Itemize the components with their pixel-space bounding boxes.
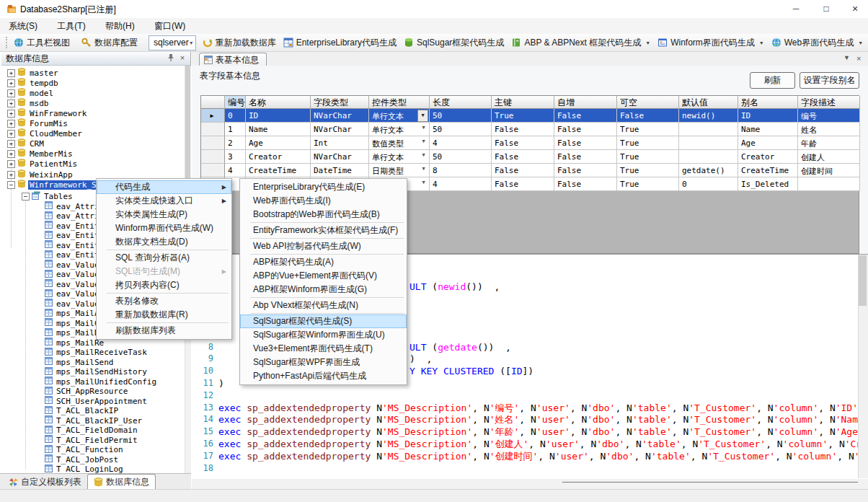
context-menu-item[interactable]: 重新加载数据库(R) <box>97 308 231 322</box>
grid-row-header[interactable] <box>201 123 225 136</box>
grid-cell[interactable]: False <box>554 177 617 191</box>
submenu-item[interactable]: SqlSugar框架Winform界面生成(U) <box>240 328 407 342</box>
tab-dropdown-icon[interactable]: ▼ <box>843 54 850 61</box>
tree-table-item[interactable]: T_ACL_FieldDomain <box>45 426 139 436</box>
grid-cell[interactable]: Age <box>738 136 798 150</box>
tree-table-item[interactable]: SCH_AppResource <box>45 387 129 397</box>
menu-help[interactable]: 帮助(H) <box>97 18 143 35</box>
grid-column-header[interactable]: 别名 <box>738 96 798 109</box>
grid-cell[interactable]: True <box>617 177 679 191</box>
tree-expander-icon[interactable]: − <box>7 181 15 189</box>
tree-expander-icon[interactable]: + <box>7 100 15 107</box>
grid-cell[interactable]: 50 <box>430 123 492 136</box>
submenu-item[interactable]: ABP框架代码生成(A) <box>240 255 407 269</box>
grid-row-header[interactable]: ▶ <box>201 109 225 123</box>
grid-cell[interactable]: getdate() <box>679 164 738 177</box>
grid-cell[interactable]: 8 <box>430 164 492 177</box>
grid-cell[interactable]: False <box>492 177 554 191</box>
tree-expander-icon[interactable]: + <box>7 110 15 118</box>
tree-table-item[interactable]: T_ACL_Function <box>45 445 125 455</box>
grid-cell[interactable]: Creator <box>738 150 798 164</box>
tree-tables-node[interactable]: −Tables <box>22 191 74 201</box>
tree-db-item[interactable]: +msdb <box>7 98 50 108</box>
grid-column-header[interactable]: 名称 <box>246 96 311 109</box>
tree-db-item[interactable]: −Winframework_Sug <box>7 180 107 190</box>
db-config-button[interactable]: 数据库配置 <box>78 35 141 50</box>
cell-dropdown-icon[interactable]: ▼ <box>419 138 428 144</box>
context-menu-item[interactable]: 刷新数据库列表 <box>97 324 231 338</box>
grid-column-header[interactable]: 可空 <box>617 96 679 109</box>
submenu-item[interactable]: ABP的Vue+Element界面代码(V) <box>240 269 407 283</box>
grid-cell[interactable]: Int <box>311 136 369 150</box>
submenu-item[interactable]: Python+FastApi后端代码生成 <box>240 369 407 383</box>
grid-column-header[interactable]: 自增 <box>554 96 617 109</box>
context-menu-item[interactable]: SQL语句生成(M)▶ <box>97 265 231 278</box>
grid-cell[interactable]: newid() <box>679 109 738 123</box>
grid-cell[interactable]: True <box>617 150 679 164</box>
tree-table-item[interactable]: mps_MailSend <box>45 357 115 367</box>
grid-cell[interactable] <box>679 123 738 136</box>
grid-cell[interactable]: True <box>617 164 679 177</box>
grid-column-header[interactable]: 默认值 <box>679 96 738 109</box>
submenu-item[interactable]: SqlSugar框架WPF界面生成 <box>240 356 407 369</box>
tree-table-item[interactable]: T_ACL_BlackIP <box>45 406 120 416</box>
tree-db-item[interactable]: +MemberMis <box>7 149 74 159</box>
context-menu-item[interactable]: 表别名修改 <box>97 294 231 308</box>
grid-cell[interactable]: False <box>492 150 554 164</box>
grid-cell[interactable]: Name <box>738 123 798 136</box>
grid-cell[interactable]: 2 <box>225 136 246 150</box>
tree-db-item[interactable]: +WinFramework <box>7 108 88 118</box>
tree-expander-icon[interactable]: + <box>7 120 15 128</box>
abp-codegen-button[interactable]: ABP & ABPNext 框架代码生成 ▼ <box>508 35 654 50</box>
tree-expander-icon[interactable]: + <box>7 79 15 87</box>
tree-db-item[interactable]: +master <box>7 68 60 78</box>
tree-db-item[interactable]: +WeixinApp <box>7 169 74 180</box>
grid-cell[interactable]: True <box>617 136 679 150</box>
reload-db-button[interactable]: 重新加载数据库 <box>199 35 280 50</box>
set-field-alias-button[interactable]: 设置字段别名 <box>800 72 859 89</box>
cell-dropdown-icon[interactable]: ▼ <box>417 110 428 122</box>
submenu-item[interactable]: EntityFramework实体框架代码生成(F) <box>240 224 407 237</box>
tab-table-basic-info[interactable]: 表基本信息 <box>199 53 267 66</box>
grid-cell[interactable]: False <box>492 136 554 150</box>
sidebar-close-icon[interactable]: × <box>177 53 187 63</box>
grid-column-header[interactable]: 字段类型 <box>311 96 369 109</box>
grid-cell[interactable]: ID <box>246 109 311 123</box>
tree-expander-icon[interactable]: + <box>7 69 15 77</box>
submenu-item[interactable]: Vue3+Element界面代码生成(T) <box>240 342 407 356</box>
grid-cell[interactable]: Name <box>246 123 311 136</box>
grid-cell[interactable]: 编号 <box>798 109 860 123</box>
grid-cell[interactable]: NVarChar <box>311 109 369 123</box>
grid-cell[interactable]: False <box>554 136 617 150</box>
grid-cell[interactable]: False <box>492 123 554 136</box>
tree-db-item[interactable]: +CloudMember <box>7 129 84 139</box>
pin-icon[interactable] <box>166 53 176 63</box>
tree-table-item[interactable]: T_ACL_FieldPermit <box>45 435 139 445</box>
grid-column-header[interactable]: 长度 <box>430 96 492 109</box>
grid-cell[interactable]: 日期类型▼ <box>369 164 430 177</box>
tree-db-item[interactable]: +CRM <box>7 139 45 149</box>
toolbar-view-button[interactable]: 工具栏视图 <box>10 35 74 50</box>
grid-row-header[interactable] <box>201 150 225 164</box>
submenu-item[interactable]: Abp VNext框架代码生成(N) <box>240 299 407 312</box>
tab-custom-templates[interactable]: 自定义模板列表 <box>3 475 87 489</box>
grid-column-header[interactable]: 编号 <box>225 96 246 109</box>
grid-cell[interactable]: 单行文本▼ <box>369 150 430 164</box>
tree-expander-icon[interactable]: + <box>7 89 15 97</box>
tree-table-item[interactable]: mps_MailSendHistory <box>45 367 149 377</box>
sidebar-scrollbar-thumb[interactable] <box>185 66 190 195</box>
grid-cell[interactable]: False <box>617 109 679 123</box>
close-button[interactable]: × <box>841 0 868 18</box>
tab-database-info[interactable]: 数据库信息 <box>87 474 156 489</box>
context-menu-item[interactable]: 实体类生成快速入口▶ <box>97 194 231 208</box>
context-menu-item[interactable]: SQL 查询分析器(A) <box>97 251 231 265</box>
submenu-item[interactable]: EnterpriseLibrary代码生成(E) <box>240 180 407 194</box>
submenu-item[interactable]: ABP框架Winform界面生成(G) <box>240 283 407 296</box>
tree-table-item[interactable]: T_ACL_JobPost <box>45 454 120 464</box>
context-menu-item[interactable]: 代码生成▶ <box>97 180 231 194</box>
menu-tools[interactable]: 工具(T) <box>48 18 94 35</box>
grid-cell[interactable]: 数值类型▼ <box>369 136 430 150</box>
context-menu-item[interactable]: 数据库文档生成(D) <box>97 235 231 249</box>
cell-dropdown-icon[interactable]: ▼ <box>419 152 428 158</box>
tree-expander-icon[interactable]: − <box>22 193 30 201</box>
